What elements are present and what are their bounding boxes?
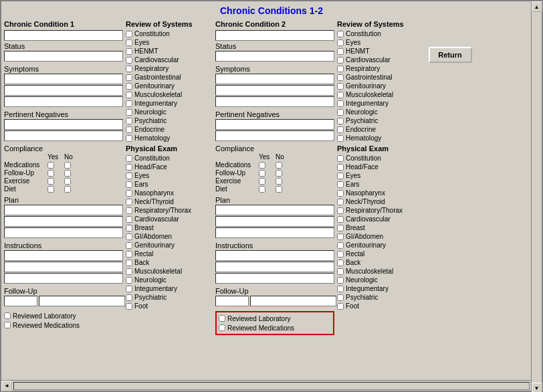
- ros1-ros-checkbox-2[interactable]: [126, 48, 132, 55]
- pe1-pe-checkbox-10[interactable]: [126, 242, 132, 249]
- ros2-ros-checkbox-0[interactable]: [337, 31, 344, 37]
- pe1-pe-checkbox-15[interactable]: [126, 286, 132, 292]
- cc1-reviewed-meds-checkbox[interactable]: [4, 322, 11, 328]
- cc2-instructions-input3[interactable]: [215, 273, 334, 284]
- cc1-medications-no[interactable]: [64, 162, 71, 169]
- pe2-pe-checkbox-3[interactable]: [337, 181, 344, 188]
- pe1-pe-checkbox-9[interactable]: [126, 233, 132, 240]
- cc2-pertinent-input2[interactable]: [215, 130, 334, 141]
- ros1-ros-checkbox-3[interactable]: [126, 57, 132, 64]
- ros1-ros-checkbox-11[interactable]: [126, 126, 132, 133]
- scroll-left-button[interactable]: ◄: [1, 381, 12, 391]
- cc2-plan-input1[interactable]: [215, 205, 334, 215]
- cc2-symptoms-input3[interactable]: [215, 96, 334, 107]
- cc1-medications-yes[interactable]: [47, 162, 54, 169]
- cc1-status-input[interactable]: [4, 51, 123, 62]
- pe1-pe-checkbox-0[interactable]: [126, 155, 132, 162]
- cc2-medications-yes[interactable]: [259, 162, 265, 169]
- ros2-ros-checkbox-5[interactable]: [337, 74, 344, 81]
- pe2-pe-checkbox-17[interactable]: [337, 303, 344, 310]
- cc2-followup-input1[interactable]: [215, 296, 249, 306]
- cc2-status-input[interactable]: [215, 51, 334, 62]
- pe1-pe-checkbox-2[interactable]: [126, 173, 132, 179]
- cc2-exercise-no[interactable]: [276, 178, 282, 185]
- cc2-pertinent-input1[interactable]: [215, 119, 334, 130]
- pe1-pe-checkbox-12[interactable]: [126, 260, 132, 266]
- pe2-pe-checkbox-9[interactable]: [337, 233, 344, 240]
- pe1-pe-checkbox-8[interactable]: [126, 225, 132, 231]
- cc1-followup-yes[interactable]: [47, 170, 54, 177]
- cc2-diet-no[interactable]: [276, 186, 282, 193]
- cc2-symptoms-input1[interactable]: [215, 74, 334, 84]
- ros1-ros-checkbox-7[interactable]: [126, 92, 132, 98]
- horizontal-scrollbar[interactable]: ◄ ►: [1, 380, 542, 391]
- cc1-plan-input2[interactable]: [4, 216, 123, 227]
- cc1-diet-no[interactable]: [64, 186, 71, 193]
- pe1-pe-checkbox-4[interactable]: [126, 190, 132, 197]
- cc1-exercise-yes[interactable]: [47, 178, 54, 185]
- pe2-pe-checkbox-16[interactable]: [337, 294, 344, 301]
- pe2-pe-checkbox-11[interactable]: [337, 251, 344, 258]
- cc2-instructions-input1[interactable]: [215, 250, 334, 261]
- cc1-plan-input3[interactable]: [4, 227, 123, 238]
- cc2-symptoms-input2[interactable]: [215, 85, 334, 96]
- pe2-pe-checkbox-10[interactable]: [337, 242, 344, 249]
- ros1-ros-checkbox-9[interactable]: [126, 109, 132, 116]
- pe2-pe-checkbox-1[interactable]: [337, 164, 344, 171]
- ros2-ros-checkbox-12[interactable]: [337, 135, 344, 142]
- ros2-ros-checkbox-3[interactable]: [337, 57, 344, 64]
- ros1-ros-checkbox-0[interactable]: [126, 31, 132, 37]
- pe2-pe-checkbox-15[interactable]: [337, 286, 344, 292]
- ros2-ros-checkbox-4[interactable]: [337, 66, 344, 72]
- cc1-instructions-input2[interactable]: [4, 262, 123, 272]
- cc2-instructions-input2[interactable]: [215, 262, 334, 272]
- ros1-ros-checkbox-12[interactable]: [126, 135, 132, 142]
- cc2-input[interactable]: [215, 30, 334, 41]
- ros2-ros-checkbox-10[interactable]: [337, 118, 344, 124]
- cc1-exercise-no[interactable]: [64, 178, 71, 185]
- cc1-diet-yes[interactable]: [47, 186, 54, 193]
- pe1-pe-checkbox-17[interactable]: [126, 303, 132, 310]
- cc1-followup-no[interactable]: [64, 170, 71, 177]
- pe1-pe-checkbox-3[interactable]: [126, 181, 132, 188]
- pe1-pe-checkbox-7[interactable]: [126, 216, 132, 223]
- cc1-symptoms-input3[interactable]: [4, 96, 123, 107]
- pe1-pe-checkbox-16[interactable]: [126, 294, 132, 301]
- cc1-instructions-input3[interactable]: [4, 273, 123, 284]
- cc2-medications-no[interactable]: [276, 162, 282, 169]
- pe2-pe-checkbox-4[interactable]: [337, 190, 344, 197]
- ros2-ros-checkbox-2[interactable]: [337, 48, 344, 55]
- cc1-pertinent-input1[interactable]: [4, 119, 123, 130]
- pe1-pe-checkbox-6[interactable]: [126, 207, 132, 214]
- cc2-diet-yes[interactable]: [259, 186, 265, 193]
- pe1-pe-checkbox-14[interactable]: [126, 277, 132, 284]
- ros2-ros-checkbox-7[interactable]: [337, 92, 344, 98]
- cc1-followup-input1[interactable]: [4, 296, 37, 306]
- pe2-pe-checkbox-5[interactable]: [337, 199, 344, 205]
- pe2-pe-checkbox-7[interactable]: [337, 216, 344, 223]
- pe1-pe-checkbox-1[interactable]: [126, 164, 132, 171]
- ros1-ros-checkbox-8[interactable]: [126, 100, 132, 107]
- cc2-plan-input2[interactable]: [215, 216, 334, 227]
- cc1-followup-input2[interactable]: [39, 296, 125, 306]
- ros1-ros-checkbox-6[interactable]: [126, 83, 132, 90]
- pe1-pe-checkbox-11[interactable]: [126, 251, 132, 258]
- ros2-ros-checkbox-11[interactable]: [337, 126, 344, 133]
- pe2-pe-checkbox-6[interactable]: [337, 207, 344, 214]
- ros1-ros-checkbox-4[interactable]: [126, 66, 132, 72]
- pe2-pe-checkbox-0[interactable]: [337, 155, 344, 162]
- ros1-ros-checkbox-10[interactable]: [126, 118, 132, 124]
- cc1-symptoms-input1[interactable]: [4, 74, 123, 84]
- scrollbar-track[interactable]: [13, 382, 530, 390]
- cc1-reviewed-lab-checkbox[interactable]: [4, 312, 11, 319]
- cc2-followup-yes[interactable]: [259, 170, 265, 177]
- pe2-pe-checkbox-8[interactable]: [337, 225, 344, 231]
- cc2-reviewed-lab-checkbox[interactable]: [219, 315, 225, 322]
- cc1-instructions-input1[interactable]: [4, 250, 123, 261]
- cc1-pertinent-input2[interactable]: [4, 130, 123, 141]
- vertical-scrollbar[interactable]: ▲ ▼: [531, 1, 542, 392]
- pe1-pe-checkbox-5[interactable]: [126, 199, 132, 205]
- ros1-ros-checkbox-1[interactable]: [126, 39, 132, 46]
- pe2-pe-checkbox-13[interactable]: [337, 268, 344, 275]
- ros2-ros-checkbox-1[interactable]: [337, 39, 344, 46]
